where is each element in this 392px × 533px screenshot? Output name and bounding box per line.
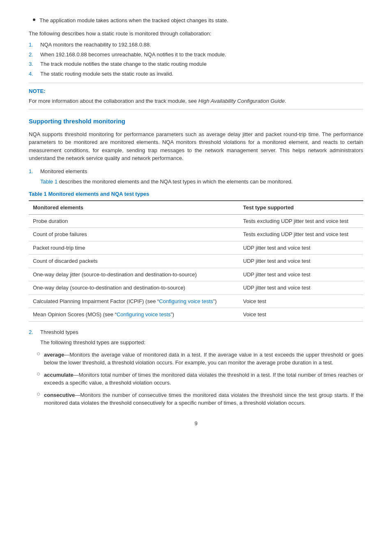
table-cell-element: Packet round-trip time — [29, 241, 239, 255]
step-1: 1. NQA monitors the reachability to 192.… — [29, 41, 363, 49]
table-row: Probe durationTests excluding UDP jitter… — [29, 214, 363, 228]
step-num-2: 2. — [29, 51, 40, 59]
section1-intro-text: describes the monitored elements and the… — [58, 178, 293, 185]
steps-list: 1. NQA monitors the reachability to 192.… — [29, 41, 363, 78]
configuring-voice-link[interactable]: Configuring voice tests — [159, 298, 213, 304]
note-label: NOTE: — [29, 87, 363, 95]
monitored-elements-table: Monitored elements Test type supported P… — [29, 200, 363, 322]
section2-intro: The following threshold types are suppor… — [29, 338, 363, 347]
table-cell-element: Count of probe failures — [29, 228, 239, 241]
table-header-row: Monitored elements Test type supported — [29, 201, 363, 214]
step-2: 2. When 192.168.0.88 becomes unreachable… — [29, 51, 363, 59]
list-bullet-icon — [37, 352, 40, 355]
step-text-3: The track module notifies the state chan… — [40, 60, 207, 68]
section1-label: Monitored elements — [40, 167, 87, 176]
note-text-period: . — [285, 98, 286, 104]
threshold-item-text: consecutive—Monitors the number of conse… — [44, 391, 363, 407]
bullet-text: The application module takes actions whe… — [39, 16, 228, 25]
table-cell-element: Mean Opinion Scores (MOS) (see “Configur… — [29, 308, 239, 322]
table-cell-test-type: UDP jitter test and voice test — [239, 241, 363, 255]
threshold-item-text: accumulate—Monitors total number of time… — [44, 371, 363, 387]
table-cell-test-type: Tests excluding UDP jitter test and voic… — [239, 214, 363, 228]
section-body: NQA supports threshold monitoring for pe… — [29, 130, 363, 162]
table1-link[interactable]: Table 1 — [40, 178, 58, 185]
table-cell-test-type: Voice test — [239, 294, 363, 308]
threshold-term: average — [44, 352, 64, 358]
list-bullet-icon — [37, 393, 40, 396]
note-box: NOTE: For more information about the col… — [29, 83, 363, 109]
step-num-3: 3. — [29, 60, 40, 68]
section2-header: 2. Threshold types — [29, 328, 363, 336]
table-caption: Table 1 Monitored elements and NQA test … — [29, 190, 363, 198]
configuring-voice-link[interactable]: Configuring voice tests — [117, 311, 171, 317]
threshold-term: consecutive — [44, 392, 75, 398]
threshold-list: average—Monitors the average value of mo… — [29, 351, 363, 407]
threshold-term: accumulate — [44, 372, 74, 378]
table-row: Mean Opinion Scores (MOS) (see “Configur… — [29, 308, 363, 322]
section1-header: 1. Monitored elements — [29, 167, 363, 176]
threshold-item-text: average—Monitors the average value of mo… — [44, 351, 363, 367]
bullet-dot-icon — [33, 19, 35, 21]
section1-intro: Table 1 describes the monitored elements… — [29, 178, 363, 186]
table-cell-element: One-way delay (source-to-destination and… — [29, 281, 239, 295]
threshold-list-item: accumulate—Monitors total number of time… — [29, 371, 363, 387]
section-heading: Supporting threshold monitoring — [29, 117, 363, 126]
table-cell-element: Probe duration — [29, 214, 239, 228]
step-text-1: NQA monitors the reachability to 192.168… — [40, 41, 151, 49]
note-text: For more information about the collabora… — [29, 97, 363, 105]
note-link: High Availability Configuration Guide — [198, 98, 285, 104]
note-text-before: For more information about the collabora… — [29, 98, 198, 104]
step-text-4: The static routing module sets the stati… — [40, 70, 173, 78]
page-number: 9 — [29, 419, 363, 428]
section1-num: 1. — [29, 167, 40, 176]
section2-num: 2. — [29, 328, 40, 336]
step-num-4: 4. — [29, 70, 40, 78]
col-header-elements: Monitored elements — [29, 201, 239, 214]
threshold-list-item: consecutive—Monitors the number of conse… — [29, 391, 363, 407]
table-cell-test-type: Tests excluding UDP jitter test and voic… — [239, 228, 363, 241]
col-header-test-type: Test type supported — [239, 201, 363, 214]
table-cell-element: One-way delay jitter (source-to-destinat… — [29, 268, 239, 281]
bullet-section: The application module takes actions whe… — [29, 16, 363, 25]
table-row: Count of discarded packetsUDP jitter tes… — [29, 255, 363, 268]
table-cell-element: Calculated Planning Impairment Factor (I… — [29, 294, 239, 308]
intro-text: The following describes how a static rou… — [29, 30, 363, 38]
step-3: 3. The track module notifies the state c… — [29, 60, 363, 68]
table-row: Calculated Planning Impairment Factor (I… — [29, 294, 363, 308]
table-cell-test-type: Voice test — [239, 308, 363, 322]
threshold-list-item: average—Monitors the average value of mo… — [29, 351, 363, 367]
table-row: Packet round-trip timeUDP jitter test an… — [29, 241, 363, 255]
table-cell-test-type: UDP jitter test and voice test — [239, 281, 363, 295]
table-row: One-way delay (source-to-destination and… — [29, 281, 363, 295]
numbered-section-1: 1. Monitored elements Table 1 describes … — [29, 167, 363, 186]
step-4: 4. The static routing module sets the st… — [29, 70, 363, 78]
table-row: One-way delay jitter (source-to-destinat… — [29, 268, 363, 281]
table-cell-element: Count of discarded packets — [29, 255, 239, 268]
table-cell-test-type: UDP jitter test and voice test — [239, 268, 363, 281]
step-num-1: 1. — [29, 41, 40, 49]
numbered-section-2: 2. Threshold types The following thresho… — [29, 328, 363, 347]
list-bullet-icon — [37, 373, 40, 375]
section2-label: Threshold types — [40, 328, 78, 336]
table-cell-test-type: UDP jitter test and voice test — [239, 255, 363, 268]
table-row: Count of probe failuresTests excluding U… — [29, 228, 363, 241]
step-text-2: When 192.168.0.88 becomes unreachable, N… — [40, 51, 226, 59]
bullet-item: The application module takes actions whe… — [29, 16, 363, 25]
